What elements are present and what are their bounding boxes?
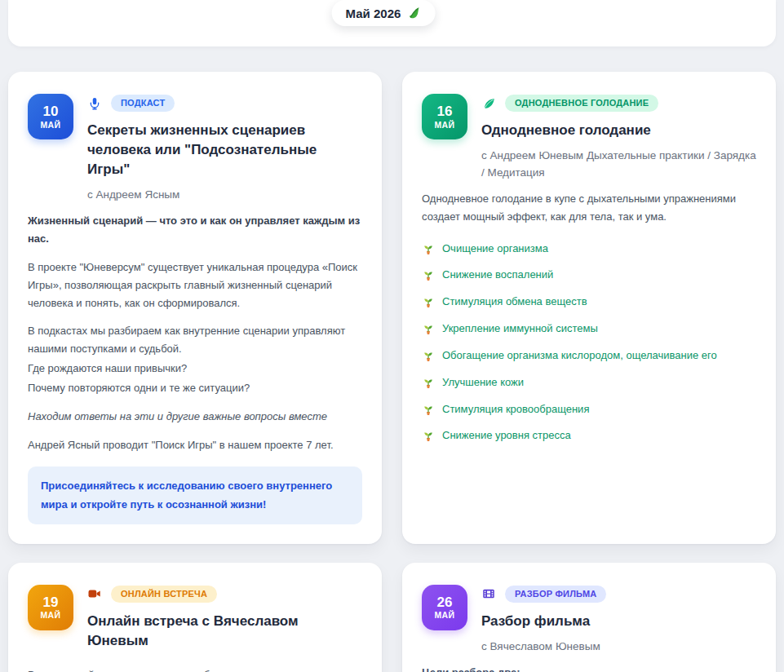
sprout-icon <box>422 349 435 362</box>
date-month: МАЙ <box>40 120 60 130</box>
benefit-label: Стимуляция обмена веществ <box>442 293 587 311</box>
leafy-green-icon <box>406 6 421 20</box>
event-description: Однодневное голодание в купе с дыхательн… <box>422 190 756 444</box>
event-title: Разбор фильма <box>481 612 756 631</box>
benefit-label: Улучшение кожи <box>442 374 524 391</box>
list-item: Очищение организма <box>422 240 756 258</box>
meta-row: ПОДКАСТ <box>87 95 362 112</box>
month-pill[interactable]: Май 2026 <box>332 0 436 26</box>
event-title: Секреты жизненных сценариев человека или… <box>87 121 362 179</box>
event-card-fasting: 16 МАЙ ОДНОДНЕВНОЕ ГОЛОДАНИЕ Однодневное… <box>402 72 776 544</box>
paragraph: Однодневное голодание в купе с дыхательн… <box>422 190 756 226</box>
event-title: Онлайн встреча с Вячеславом Юневым <box>87 612 362 651</box>
paragraph: В подкастах мы разбираем как внутренние … <box>28 322 362 358</box>
sprout-icon <box>422 376 435 389</box>
date-month: МАЙ <box>434 120 454 130</box>
date-badge: 10 МАЙ <box>28 94 73 139</box>
benefit-label: Снижение воспалений <box>442 266 553 284</box>
meta-row: РАЗБОР ФИЛЬМА <box>481 586 756 603</box>
date-day: 19 <box>43 595 59 611</box>
lead-line: Жизненный сценарий — что это и как он уп… <box>28 212 362 248</box>
date-badge: 16 МАЙ <box>422 94 467 139</box>
meta-row: ОДНОДНЕВНОЕ ГОЛОДАНИЕ <box>481 95 756 112</box>
date-day: 26 <box>437 595 453 611</box>
event-card-podcast: 10 МАЙ ПОДКАСТ Секреты жизненных сценари… <box>8 72 382 544</box>
paragraph: Андрей Ясный проводит "Поиск Игры" в наш… <box>28 436 362 454</box>
card-head-main: ОДНОДНЕВНОЕ ГОЛОДАНИЕ Однодневное голода… <box>481 94 756 182</box>
sprout-icon <box>422 322 435 335</box>
card-header: 16 МАЙ ОДНОДНЕВНОЕ ГОЛОДАНИЕ Однодневное… <box>422 94 756 182</box>
video-camera-icon <box>87 586 102 601</box>
event-description: Жизненный сценарий — что это и как он уп… <box>28 212 362 524</box>
paragraph: В проекте "Юневерсум" существует уникаль… <box>28 259 362 312</box>
events-page: Май 2026 10 МАЙ ПОДКАСТ <box>0 0 784 672</box>
event-grid: 10 МАЙ ПОДКАСТ Секреты жизненных сценари… <box>0 72 784 672</box>
paragraph: Встреча пройдет в рамках серии вебинаров… <box>28 666 362 672</box>
question-line: Где рождаются наши привычки? <box>28 360 362 378</box>
highlight-note: Присоединяйтесь к исследованию своего вн… <box>28 466 362 524</box>
card-header: 10 МАЙ ПОДКАСТ Секреты жизненных сценари… <box>28 94 362 204</box>
benefit-label: Обогащение организма кислородом, ощелачи… <box>442 347 717 365</box>
film-frames-icon <box>481 586 496 601</box>
page-header: Май 2026 <box>0 0 784 46</box>
benefit-label: Очищение организма <box>442 240 548 258</box>
sprout-icon <box>422 242 435 255</box>
meta-row: ОНЛАЙН ВСТРЕЧА <box>87 586 362 603</box>
italic-line: Находим ответы на эти и другие важные во… <box>28 408 362 426</box>
list-item: Обогащение организма кислородом, ощелачи… <box>422 347 756 365</box>
date-day: 16 <box>437 104 453 120</box>
sprout-icon <box>422 268 435 281</box>
event-host: с Андреем Ясным <box>87 187 362 204</box>
list-item: Укрепление иммунной системы <box>422 320 756 338</box>
event-host: с Андреем Юневым Дыхательные практики / … <box>481 148 756 182</box>
event-tag: РАЗБОР ФИЛЬМА <box>505 586 606 603</box>
event-description: Цели разбора две: Общая, философско-ценн… <box>422 664 756 672</box>
card-head-main: ПОДКАСТ Секреты жизненных сценариев чело… <box>87 94 362 204</box>
benefit-label: Укрепление иммунной системы <box>442 320 598 338</box>
list-item: Снижение уровня стресса <box>422 427 756 444</box>
event-description: Встреча пройдет в рамках серии вебинаров… <box>28 666 362 672</box>
event-tag: ОДНОДНЕВНОЕ ГОЛОДАНИЕ <box>505 95 658 112</box>
paragraph: Цели разбора две: <box>422 664 756 672</box>
event-host: с Вячеславом Юневым <box>481 639 756 656</box>
event-card-online-meeting: 19 МАЙ ОНЛАЙН ВСТРЕЧА Онлайн встреча с В… <box>8 563 382 672</box>
list-item: Улучшение кожи <box>422 374 756 391</box>
card-header: 19 МАЙ ОНЛАЙН ВСТРЕЧА Онлайн встреча с В… <box>28 585 362 658</box>
card-head-main: РАЗБОР ФИЛЬМА Разбор фильма с Вячеславом… <box>481 585 756 656</box>
microphone-icon <box>87 96 102 111</box>
date-month: МАЙ <box>434 610 454 620</box>
event-title: Однодневное голодание <box>481 121 756 140</box>
month-pill-label: Май 2026 <box>346 7 401 20</box>
sprout-icon <box>422 403 435 416</box>
date-day: 10 <box>43 104 59 120</box>
list-item: Стимуляция обмена веществ <box>422 293 756 311</box>
card-header: 26 МАЙ РАЗБОР ФИЛЬМА Разбор фильма с Вяч… <box>422 585 756 656</box>
date-badge: 26 МАЙ <box>422 585 467 630</box>
sprout-icon <box>422 295 435 308</box>
benefit-label: Стимуляция кровообращения <box>442 400 589 418</box>
question-line: Почему повторяются одни и те же ситуации… <box>28 379 362 397</box>
benefit-label: Снижение уровня стресса <box>442 427 571 444</box>
event-tag: ПОДКАСТ <box>111 95 175 112</box>
date-badge: 19 МАЙ <box>28 585 73 630</box>
date-month: МАЙ <box>40 610 60 620</box>
sprout-icon <box>422 429 435 442</box>
event-tag: ОНЛАЙН ВСТРЕЧА <box>111 586 217 603</box>
card-head-main: ОНЛАЙН ВСТРЕЧА Онлайн встреча с Вячеслав… <box>87 585 362 658</box>
spa-leaf-icon <box>481 96 496 111</box>
list-item: Снижение воспалений <box>422 266 756 284</box>
event-card-film-analysis: 26 МАЙ РАЗБОР ФИЛЬМА Разбор фильма с Вяч… <box>402 563 776 672</box>
benefits-list: Очищение организма Снижение воспалений С… <box>422 240 756 445</box>
list-item: Стимуляция кровообращения <box>422 400 756 418</box>
